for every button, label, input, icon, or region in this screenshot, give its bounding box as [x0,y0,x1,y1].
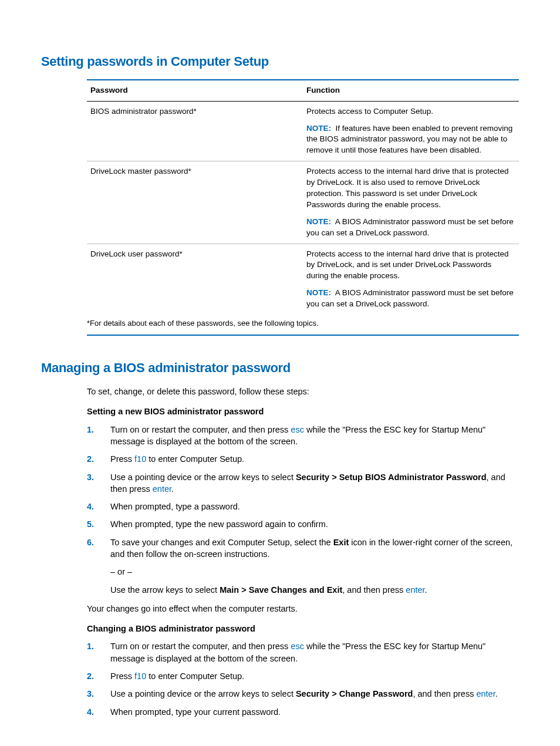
list-item: 2. Press f10 to enter Computer Setup. [87,670,519,682]
th-function: Function [303,80,519,101]
fn-note: NOTE: A BIOS Administrator password must… [306,217,515,239]
table-row: BIOS administrator password* Protects ac… [87,101,519,161]
key-enter: enter [153,484,171,494]
cell-password-name: DriveLock user password* [87,244,303,315]
step-text: Turn on or restart the computer, and the… [110,642,291,651]
fn-text: Protects access to the internal hard dri… [306,166,515,211]
key-enter: enter [476,689,495,698]
exit-icon-ref: Exit [333,538,349,547]
subhead-changing: Changing a BIOS administrator password [87,623,519,634]
step-number: 2. [87,453,94,465]
menu-path: Main > Save Changes and Exit [220,585,342,595]
fn-text: Protects access to Computer Setup. [306,106,515,117]
step-number: 4. [87,706,94,718]
step-text: to enter Computer Setup. [146,671,244,681]
table-row: DriveLock user password* Protects access… [87,244,519,315]
step-text: . [495,689,498,698]
step-text: When prompted, type a password. [110,502,240,511]
step-text: When prompted, type the new password aga… [110,519,328,529]
list-item: 6. To save your changes and exit Compute… [87,536,519,596]
password-table: Password Function BIOS administrator pas… [87,79,519,315]
step-text: Use a pointing device or the arrow keys … [110,689,296,698]
step-text: , and then press [342,585,406,595]
step-text: Press [110,671,134,681]
cell-password-name: BIOS administrator password* [87,101,303,161]
step-text: When prompted, type your current passwor… [110,707,281,717]
step-alt: Use the arrow keys to select Main > Save… [110,584,519,596]
fn-text: Protects access to the internal hard dri… [306,249,515,282]
key-esc: esc [291,425,304,434]
table-footnote: *For details about each of these passwor… [87,315,519,336]
step-number: 2. [87,670,94,682]
step-number: 3. [87,688,94,700]
step-text: to enter Computer Setup. [146,454,244,464]
note-text: If features have been enabled to prevent… [306,124,512,155]
step-number: 1. [87,424,94,436]
steps-setting: 1. Turn on or restart the computer, and … [87,424,519,596]
key-enter: enter [406,585,424,595]
list-item: 3. Use a pointing device or the arrow ke… [87,688,519,700]
step-text: . [171,484,174,494]
step-text: To save your changes and exit Computer S… [110,538,333,547]
key-esc: esc [291,642,304,651]
step-text: . [425,585,427,595]
table-row: DriveLock master password* Protects acce… [87,161,519,244]
step-number: 6. [87,536,94,548]
cell-password-name: DriveLock master password* [87,161,303,244]
steps-changing: 1. Turn on or restart the computer, and … [87,640,519,717]
managing-block: To set, change, or delete this password,… [87,386,519,718]
step-number: 3. [87,471,94,483]
or-divider: – or – [110,566,519,578]
password-table-block: Password Function BIOS administrator pas… [87,79,519,336]
step-text: Press [110,454,134,464]
after-text: Your changes go into effect when the com… [87,603,519,615]
step-text: Use the arrow keys to select [110,585,220,595]
key-f10: f10 [134,454,146,464]
heading-setting-passwords: Setting passwords in Computer Setup [41,53,519,71]
step-number: 1. [87,640,94,652]
note-text: A BIOS Administrator password must be se… [306,217,514,237]
cell-function: Protects access to the internal hard dri… [303,244,519,315]
fn-note: NOTE: If features have been enabled to p… [306,123,515,157]
intro-text: To set, change, or delete this password,… [87,386,519,397]
step-text: Turn on or restart the computer, and the… [110,425,291,434]
list-item: 2. Press f10 to enter Computer Setup. [87,453,519,465]
menu-path: Security > Setup BIOS Administrator Pass… [296,472,487,482]
cell-function: Protects access to the internal hard dri… [303,161,519,244]
key-f10: f10 [134,671,146,681]
step-text: , and then press [413,689,476,698]
note-label: NOTE: [306,288,331,297]
step-number: 5. [87,518,94,530]
note-label: NOTE: [306,124,331,133]
step-number: 4. [87,501,94,512]
list-item: 3. Use a pointing device or the arrow ke… [87,471,519,495]
list-item: 4. When prompted, type your current pass… [87,706,519,718]
list-item: 1. Turn on or restart the computer, and … [87,424,519,448]
fn-note: NOTE: A BIOS Administrator password must… [306,288,515,310]
note-text: A BIOS Administrator password must be se… [306,288,514,308]
list-item: 4. When prompted, type a password. [87,501,519,512]
heading-managing-bios: Managing a BIOS administrator password [41,359,519,377]
menu-path: Security > Change Password [296,689,413,698]
cell-function: Protects access to Computer Setup. NOTE:… [303,101,519,161]
step-text: Use a pointing device or the arrow keys … [110,472,296,482]
subhead-setting: Setting a new BIOS administrator passwor… [87,406,519,417]
list-item: 1. Turn on or restart the computer, and … [87,640,519,664]
note-label: NOTE: [306,217,331,226]
th-password: Password [87,80,303,101]
list-item: 5. When prompted, type the new password … [87,518,519,530]
